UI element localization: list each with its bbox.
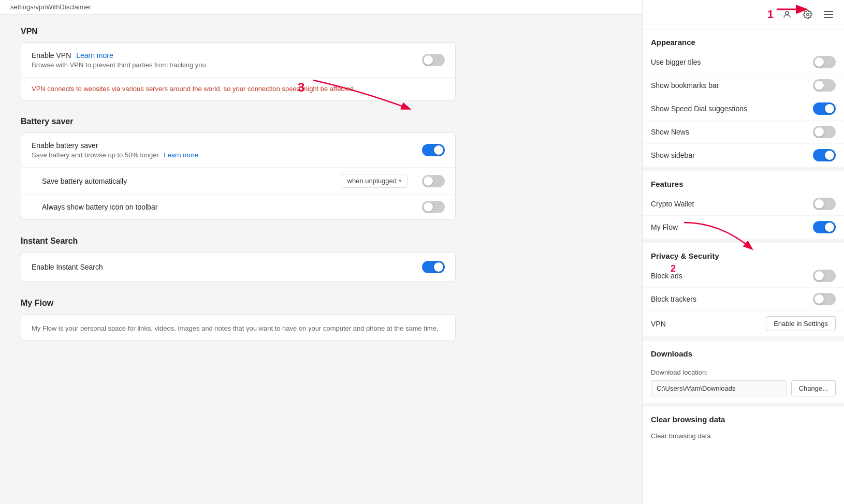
battery-enable-row: Enable battery saver Save battery and br… (21, 133, 455, 168)
menu-icon[interactable] (821, 7, 836, 22)
block-trackers-row: Block trackers (643, 288, 844, 311)
my-flow-right-label: My Flow (651, 223, 678, 231)
battery-enable-toggle[interactable] (422, 144, 445, 156)
downloads-title: Downloads (643, 341, 844, 362)
svg-rect-4 (824, 17, 833, 18)
right-panel-header: 1 (643, 0, 844, 29)
annotation-arrow-1 (772, 2, 813, 17)
main-panel: settings/vpnWithDisclaimer VPN Enable VP… (0, 0, 642, 504)
divider-3 (643, 337, 844, 341)
battery-save-auto-row: Save battery automatically when unplugge… (21, 168, 455, 195)
settings-content: VPN Enable VPN Learn more Browse with VP… (0, 14, 476, 370)
features-title: Features (643, 171, 844, 192)
crypto-wallet-label: Crypto Wallet (651, 200, 694, 208)
vpn-enable-in-settings-button[interactable]: Enable in Settings (766, 316, 836, 331)
divider-2 (643, 239, 844, 243)
vpn-subtitle: Browse with VPN to prevent third parties… (32, 61, 206, 69)
divider-1 (643, 167, 844, 171)
show-bookmarks-label: Show bookmarks bar (651, 81, 719, 90)
show-bookmarks-row: Show bookmarks bar (643, 74, 844, 97)
svg-rect-2 (824, 11, 833, 12)
when-unplugged-label: when unplugged (347, 177, 397, 185)
privacy-title: Privacy & Security (643, 243, 844, 264)
vpn-warning-text: VPN connects to websites via various ser… (32, 85, 445, 93)
show-news-toggle[interactable] (813, 126, 836, 138)
battery-toolbar-icon-row: Always show battery icon on toolbar (21, 195, 455, 219)
download-location-label: Download location: (651, 368, 836, 376)
block-trackers-toggle[interactable] (813, 293, 836, 305)
show-bookmarks-toggle[interactable] (813, 79, 836, 92)
crypto-wallet-toggle[interactable] (813, 198, 836, 210)
my-flow-right-row: My Flow (643, 216, 844, 239)
breadcrumb-text: settings/vpnWithDisclaimer (10, 3, 91, 11)
clear-subtitle: Clear browsing data (651, 432, 836, 440)
block-trackers-label: Block trackers (651, 295, 696, 303)
battery-enable-label: Enable battery saver (32, 141, 198, 150)
block-ads-toggle[interactable] (813, 270, 836, 282)
when-unplugged-dropdown[interactable]: when unplugged ▾ (342, 174, 408, 188)
vpn-toggle[interactable] (422, 54, 445, 66)
instant-search-card: Enable Instant Search (21, 252, 456, 282)
vpn-learn-more-link[interactable]: Learn more (76, 51, 113, 60)
vpn-enable-row: Enable VPN Learn more Browse with VPN to… (21, 43, 455, 78)
show-speed-dial-label: Show Speed Dial suggestions (651, 105, 747, 113)
instant-search-label: Enable Instant Search (32, 263, 103, 271)
my-flow-title: My Flow (21, 299, 456, 308)
instant-search-section: Instant Search Enable Instant Search (21, 236, 456, 282)
battery-subtitle: Save battery and browse up to 50% longer (32, 151, 159, 159)
breadcrumb: settings/vpnWithDisclaimer (0, 0, 642, 14)
use-bigger-tiles-label: Use bigger tiles (651, 58, 701, 66)
right-panel: 1 (642, 0, 844, 504)
battery-toolbar-icon-label: Always show battery icon on toolbar (42, 203, 157, 211)
download-path-row: C:\Users\Afam\Downloads Change... (651, 380, 836, 396)
block-ads-label: Block ads (651, 272, 682, 280)
show-sidebar-toggle[interactable] (813, 149, 836, 161)
instant-search-row: Enable Instant Search (21, 253, 455, 281)
my-flow-card: My Flow is your personal space for links… (21, 314, 456, 341)
vpn-card: Enable VPN Learn more Browse with VPN to… (21, 42, 456, 100)
show-speed-dial-row: Show Speed Dial suggestions (643, 97, 844, 121)
my-flow-row: My Flow is your personal space for links… (21, 315, 455, 340)
show-sidebar-row: Show sidebar (643, 144, 844, 167)
my-flow-description: My Flow is your personal space for links… (32, 324, 438, 332)
show-news-row: Show News (643, 121, 844, 144)
my-flow-right-toggle[interactable] (813, 221, 836, 233)
right-panel-icons: 1 (767, 7, 836, 22)
appearance-title: Appearance (643, 29, 844, 51)
crypto-wallet-row: Crypto Wallet (643, 192, 844, 216)
downloads-section: Download location: C:\Users\Afam\Downloa… (643, 362, 844, 403)
my-flow-section: My Flow My Flow is your personal space f… (21, 299, 456, 341)
instant-search-title: Instant Search (21, 236, 456, 246)
clear-browsing-title: Clear browsing data (643, 407, 844, 428)
divider-4 (643, 403, 844, 407)
show-speed-dial-toggle[interactable] (813, 102, 836, 115)
instant-search-toggle[interactable] (422, 261, 445, 273)
clear-section: Clear browsing data (643, 428, 844, 446)
vpn-enable-label: Enable VPN (32, 51, 71, 60)
annotation-badge-2: 2 (671, 263, 676, 274)
battery-toolbar-icon-toggle[interactable] (422, 201, 445, 213)
battery-section: Battery saver Enable battery saver Save … (21, 117, 456, 220)
vpn-section-title: VPN (21, 27, 456, 36)
battery-save-auto-toggle[interactable] (422, 175, 445, 187)
chevron-down-icon: ▾ (399, 177, 402, 184)
block-ads-row: Block ads 2 (643, 264, 844, 288)
battery-save-auto-label: Save battery automatically (42, 177, 127, 185)
battery-section-title: Battery saver (21, 117, 456, 126)
svg-rect-3 (824, 14, 833, 15)
download-path-value: C:\Users\Afam\Downloads (651, 380, 787, 396)
vpn-right-label: VPN (651, 320, 666, 328)
use-bigger-tiles-row: Use bigger tiles (643, 51, 844, 74)
vpn-warning: VPN connects to websites via various ser… (21, 78, 455, 100)
use-bigger-tiles-toggle[interactable] (813, 56, 836, 68)
vpn-section: VPN Enable VPN Learn more Browse with VP… (21, 27, 456, 100)
show-sidebar-label: Show sidebar (651, 151, 695, 159)
vpn-right-row: VPN Enable in Settings (643, 311, 844, 337)
battery-learn-more-link[interactable]: Learn more (164, 151, 198, 159)
show-news-label: Show News (651, 128, 689, 136)
battery-card: Enable battery saver Save battery and br… (21, 132, 456, 220)
change-button[interactable]: Change... (791, 380, 836, 396)
